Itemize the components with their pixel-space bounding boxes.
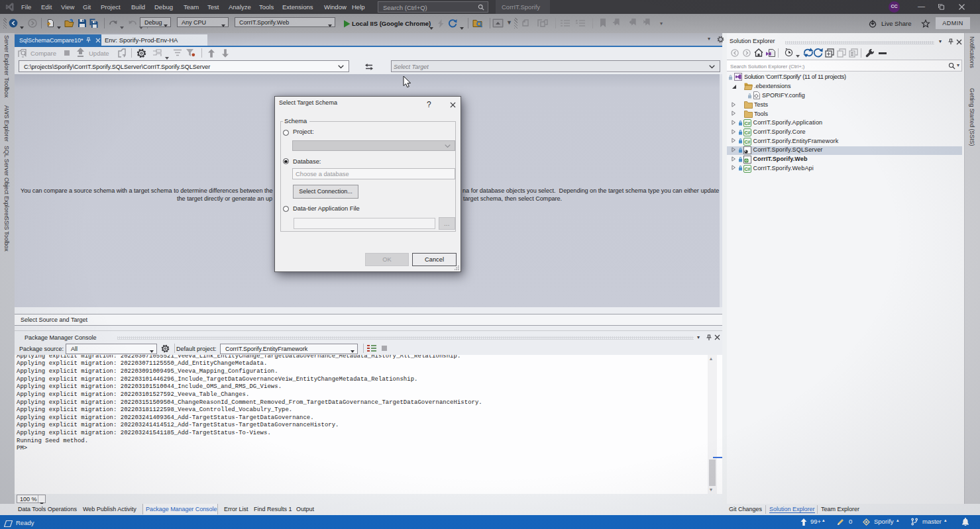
svg-text:C#: C#: [744, 139, 750, 144]
svg-text:C#: C#: [744, 121, 750, 126]
svg-text:C#: C#: [744, 166, 750, 171]
svg-text:C#: C#: [744, 130, 750, 135]
